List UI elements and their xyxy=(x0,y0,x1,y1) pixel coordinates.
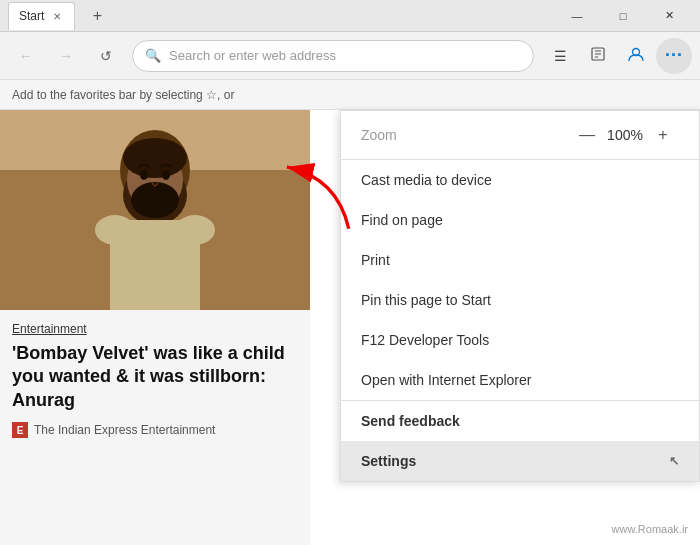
main-content: Entertainment 'Bombay Velvet' was like a… xyxy=(0,110,700,545)
minimize-button[interactable]: — xyxy=(554,0,600,32)
zoom-row: Zoom — 100% + xyxy=(341,111,699,160)
article-image xyxy=(0,110,310,310)
new-tab-button[interactable]: + xyxy=(83,2,111,30)
address-text: Search or enter web address xyxy=(169,48,336,63)
article-body: Entertainment 'Bombay Velvet' was like a… xyxy=(0,310,310,450)
close-button[interactable]: ✕ xyxy=(646,0,692,32)
menu-item-f12[interactable]: F12 Developer Tools xyxy=(341,320,699,360)
menu-item-pin[interactable]: Pin this page to Start xyxy=(341,280,699,320)
more-icon: ··· xyxy=(665,45,683,66)
menu-item-ie[interactable]: Open with Internet Explorer xyxy=(341,360,699,400)
watermark: www.Romaak.ir xyxy=(608,521,692,537)
refresh-button[interactable]: ↺ xyxy=(88,38,124,74)
zoom-label: Zoom xyxy=(361,127,571,143)
forward-button[interactable]: → xyxy=(48,38,84,74)
forward-icon: → xyxy=(59,48,73,64)
notification-text: Add to the favorites bar by selecting ☆,… xyxy=(12,88,234,102)
title-bar: Start ✕ + — □ ✕ xyxy=(0,0,700,32)
menu-item-settings[interactable]: Settings ↖ xyxy=(341,441,699,481)
zoom-out-button[interactable]: — xyxy=(571,119,603,151)
svg-point-12 xyxy=(131,182,179,218)
svg-point-16 xyxy=(175,215,215,245)
back-icon: ← xyxy=(19,48,33,64)
source-name: The Indian Express Entertainment xyxy=(34,423,215,437)
account-icon xyxy=(627,45,645,66)
notification-bar: Add to the favorites bar by selecting ☆,… xyxy=(0,80,700,110)
zoom-in-button[interactable]: + xyxy=(647,119,679,151)
toolbar: ← → ↺ 🔍 Search or enter web address ☰ xyxy=(0,32,700,80)
window-controls: — □ ✕ xyxy=(554,0,692,32)
title-bar-left: Start ✕ + xyxy=(8,2,554,30)
menu-item-find[interactable]: Find on page xyxy=(341,200,699,240)
tab-label: Start xyxy=(19,9,44,23)
cursor-icon: ↖ xyxy=(669,454,679,468)
svg-point-13 xyxy=(140,170,148,180)
account-button[interactable] xyxy=(618,38,654,74)
more-button[interactable]: ··· xyxy=(656,38,692,74)
article-headline: 'Bombay Velvet' was like a child you wan… xyxy=(12,342,298,412)
refresh-icon: ↺ xyxy=(100,48,112,64)
title-tab[interactable]: Start ✕ xyxy=(8,2,75,30)
search-icon: 🔍 xyxy=(145,48,161,63)
toolbar-right: ☰ ··· xyxy=(542,38,692,74)
svg-point-15 xyxy=(95,215,135,245)
source-icon: E xyxy=(12,422,28,438)
menu-item-feedback[interactable]: Send feedback xyxy=(341,400,699,441)
hub-icon: ☰ xyxy=(554,48,567,64)
maximize-button[interactable]: □ xyxy=(600,0,646,32)
article-category[interactable]: Entertainment xyxy=(12,322,298,336)
tab-close-icon[interactable]: ✕ xyxy=(50,9,64,23)
menu-item-print[interactable]: Print xyxy=(341,240,699,280)
annotate-icon xyxy=(590,46,606,65)
dropdown-menu: Zoom — 100% + Cast media to device Find … xyxy=(340,110,700,482)
article-source: E The Indian Express Entertainment xyxy=(12,422,298,438)
left-content: Entertainment 'Bombay Velvet' was like a… xyxy=(0,110,310,545)
menu-item-cast[interactable]: Cast media to device xyxy=(341,160,699,200)
svg-point-14 xyxy=(162,170,170,180)
annotate-button[interactable] xyxy=(580,38,616,74)
hub-button[interactable]: ☰ xyxy=(542,38,578,74)
address-bar[interactable]: 🔍 Search or enter web address xyxy=(132,40,534,72)
back-button[interactable]: ← xyxy=(8,38,44,74)
zoom-value: 100% xyxy=(603,127,647,143)
svg-point-11 xyxy=(123,138,187,178)
